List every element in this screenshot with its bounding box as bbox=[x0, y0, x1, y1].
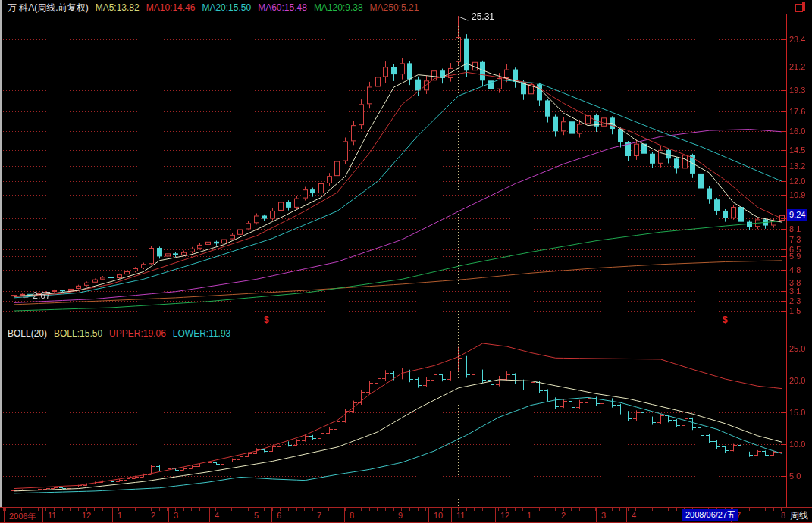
cursor-date-badge: 2008/06/27五 bbox=[682, 509, 738, 521]
month-separator bbox=[596, 508, 597, 522]
month-label: 3 bbox=[601, 511, 606, 520]
axis-tick bbox=[781, 195, 786, 196]
axis-tick-label: 23.4 bbox=[789, 36, 805, 44]
boll-lower-value: LOWER:11.93 bbox=[173, 328, 230, 339]
month-separator bbox=[344, 508, 345, 522]
month-separator bbox=[209, 508, 210, 522]
axis-tick-label: 13.2 bbox=[789, 162, 805, 171]
axis-tick-label: 10.0 bbox=[789, 440, 805, 449]
month-label: 6 bbox=[277, 511, 281, 520]
crosshair-vertical-line bbox=[458, 14, 459, 506]
axis-tick-label: 15.0 bbox=[789, 409, 805, 417]
ma20-value: MA20:15.50 bbox=[202, 2, 251, 13]
month-label: 10 bbox=[434, 511, 443, 520]
stock-title: 万 科A(周线.前复权) bbox=[8, 2, 89, 13]
month-label: 5 bbox=[254, 511, 259, 520]
axis-tick bbox=[781, 412, 786, 413]
price-axis-line bbox=[786, 14, 787, 523]
axis-tick-label: 3.1 bbox=[789, 287, 801, 296]
main-price-chart[interactable] bbox=[3, 14, 786, 312]
month-separator bbox=[4, 508, 5, 522]
month-label: 4 bbox=[215, 511, 219, 520]
month-label: 8 bbox=[781, 511, 785, 520]
axis-tick bbox=[781, 67, 786, 67]
axis-tick bbox=[781, 39, 786, 40]
axis-tick bbox=[781, 90, 786, 91]
month-separator bbox=[77, 508, 77, 522]
axis-tick bbox=[781, 131, 786, 132]
axis-tick-label: 14.5 bbox=[789, 146, 805, 155]
window-restore-icon[interactable] bbox=[795, 2, 806, 11]
left-window-border bbox=[0, 0, 2, 523]
axis-tick bbox=[781, 283, 786, 283]
month-label: 12 bbox=[500, 511, 509, 520]
month-label: 1 bbox=[527, 511, 531, 520]
boll-indicator-chart[interactable] bbox=[3, 340, 786, 506]
axis-tick bbox=[781, 111, 786, 112]
month-label: 2006年 bbox=[9, 511, 36, 522]
ma120-value: MA120:9.38 bbox=[314, 2, 363, 13]
boll-title: BOLL(20) bbox=[8, 328, 47, 339]
month-separator bbox=[428, 508, 429, 522]
axis-tick-label: 10.9 bbox=[789, 191, 805, 199]
axis-tick-label: 5.0 bbox=[789, 472, 801, 481]
month-separator bbox=[776, 508, 776, 522]
month-separator bbox=[42, 508, 43, 522]
month-label: 8 bbox=[350, 511, 354, 520]
month-label: 2 bbox=[151, 511, 155, 520]
axis-tick-label: 4.8 bbox=[789, 266, 801, 274]
axis-tick-label: 17.6 bbox=[789, 108, 805, 116]
axis-tick bbox=[781, 249, 786, 250]
axis-tick bbox=[781, 270, 786, 271]
month-separator bbox=[249, 508, 249, 522]
axis-tick bbox=[781, 181, 786, 182]
boll-header: BOLL(20)BOLL:15.50UPPER:19.06LOWER:11.93 bbox=[8, 328, 237, 340]
month-label: 4 bbox=[632, 511, 636, 520]
month-separator bbox=[451, 508, 452, 522]
axis-tick-label: 25.0 bbox=[789, 345, 805, 353]
axis-tick bbox=[781, 444, 786, 445]
month-separator bbox=[271, 508, 272, 522]
month-separator bbox=[393, 508, 393, 522]
axis-tick bbox=[781, 150, 786, 151]
ex-dividend-marker-2[interactable]: $ bbox=[723, 315, 728, 325]
peak-price-label: 25.31 bbox=[472, 11, 494, 22]
axis-tick-label: 19.3 bbox=[789, 86, 805, 95]
last-price-badge: 9.24 bbox=[787, 209, 807, 221]
month-label: 2 bbox=[561, 511, 566, 520]
month-separator bbox=[168, 508, 169, 522]
axis-tick-label: 2.3 bbox=[789, 297, 801, 305]
boll-upper-value: UPPER:19.06 bbox=[109, 328, 166, 339]
month-label: 11 bbox=[456, 511, 465, 520]
month-separator bbox=[556, 508, 556, 522]
month-separator bbox=[626, 508, 627, 522]
ma10-value: MA10:14.46 bbox=[146, 2, 196, 13]
axis-tick-label: 5.9 bbox=[789, 252, 801, 261]
time-axis[interactable]: 2006年1112123456789101112123478 2008/06/2… bbox=[0, 507, 812, 523]
axis-tick bbox=[781, 229, 786, 230]
axis-tick-label: 21.2 bbox=[789, 63, 805, 71]
ex-dividend-marker-1[interactable]: $ bbox=[264, 315, 269, 325]
axis-tick-label: 12.0 bbox=[789, 177, 805, 186]
axis-tick bbox=[781, 301, 786, 302]
month-separator bbox=[522, 508, 522, 522]
month-separator bbox=[146, 508, 146, 522]
axis-tick bbox=[781, 476, 786, 477]
month-label: 9 bbox=[398, 511, 403, 520]
axis-tick-label: 8.1 bbox=[789, 225, 801, 233]
month-label: 11 bbox=[48, 511, 56, 520]
axis-tick bbox=[781, 240, 786, 240]
axis-tick-label: 1.5 bbox=[789, 307, 801, 315]
month-label: 12 bbox=[82, 511, 91, 520]
month-separator bbox=[495, 508, 496, 522]
axis-tick bbox=[781, 349, 786, 349]
month-label: 3 bbox=[174, 511, 178, 520]
period-label: 周线 bbox=[790, 509, 808, 522]
axis-tick bbox=[781, 381, 786, 381]
axis-tick bbox=[781, 166, 786, 167]
axis-tick bbox=[781, 256, 786, 257]
ma5-value: MA5:13.82 bbox=[96, 2, 140, 13]
axis-tick bbox=[781, 218, 786, 219]
month-label: 1 bbox=[118, 511, 122, 520]
month-separator bbox=[112, 508, 113, 522]
